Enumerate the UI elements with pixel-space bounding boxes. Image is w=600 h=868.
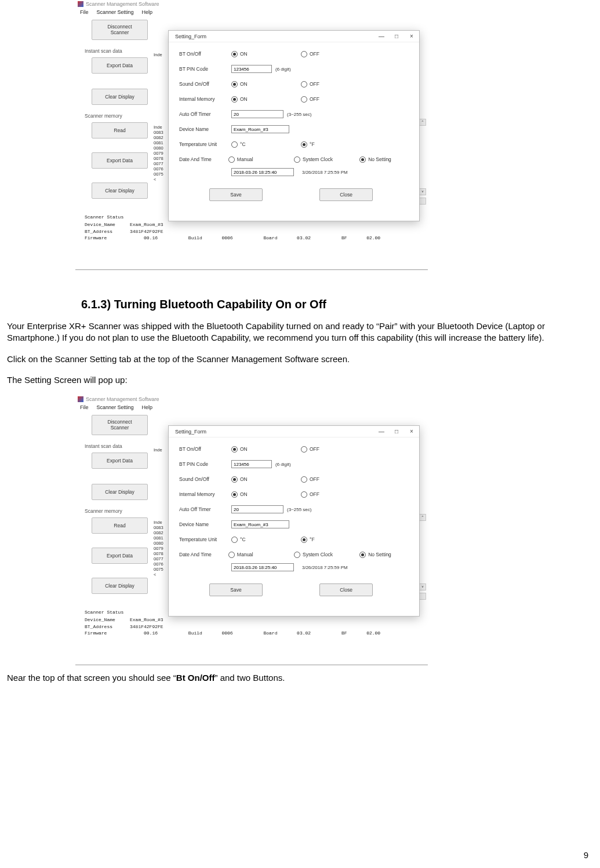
sound-on-radio[interactable] [231, 476, 238, 483]
bt-on-radio[interactable] [231, 446, 238, 453]
bt-onoff-label: BT On/Off [179, 51, 231, 57]
temp-f-radio[interactable] [301, 141, 307, 148]
sound-label: Sound On/Off [179, 476, 231, 482]
sound-on-radio[interactable] [231, 81, 238, 87]
manual-datetime-input[interactable] [231, 563, 294, 571]
export-data-button[interactable]: Export Data [92, 453, 148, 469]
read-button[interactable]: Read [92, 122, 148, 138]
bt-pin-input[interactable] [231, 65, 272, 73]
scan-table-header: Inde [154, 52, 162, 59]
devname-input[interactable] [231, 125, 289, 133]
memory-off-radio[interactable] [301, 96, 307, 103]
memory-on-radio[interactable] [231, 96, 238, 103]
temp-c-radio[interactable] [231, 141, 238, 148]
scroll-right-icon[interactable] [419, 198, 426, 205]
sound-off-radio[interactable] [301, 476, 307, 483]
save-button[interactable]: Save [209, 583, 263, 596]
menu-help[interactable]: Help [142, 404, 153, 410]
close-button[interactable]: Close [319, 188, 373, 201]
close-button[interactable]: Close [319, 583, 373, 596]
system-datetime-text: 3/26/2018 7:25:59 PM [302, 565, 348, 570]
page-number: 9 [584, 850, 588, 860]
devname-label: Device Name [179, 521, 231, 527]
read-button[interactable]: Read [92, 517, 148, 534]
dialog-title: Setting_Form [175, 34, 206, 39]
system-datetime-text: 3/26/2018 7:25:59 PM [302, 170, 348, 175]
group-scanner-memory: Scanner memory [85, 113, 150, 119]
timer-input[interactable] [231, 505, 283, 513]
dt-sysclock-radio[interactable] [294, 156, 300, 163]
bt-off-radio[interactable] [301, 446, 307, 453]
app-icon [78, 396, 83, 402]
disconnect-scanner-button[interactable]: Disconnect Scanner [92, 20, 148, 40]
app-icon [78, 1, 83, 7]
menu-file[interactable]: File [80, 404, 89, 410]
bt-pin-input[interactable] [231, 460, 272, 468]
clear-display-button[interactable]: Clear Display [92, 89, 148, 105]
clear-display-button-2[interactable]: Clear Display [92, 578, 148, 594]
setting-form-dialog: Setting_Form — □ × BT On/Off ON OFF BT P… [168, 30, 420, 221]
scroll-down-icon[interactable]: v [419, 188, 426, 195]
dt-manual-radio[interactable] [228, 552, 235, 558]
scroll-down-icon[interactable]: v [419, 583, 426, 590]
memory-off-radio[interactable] [301, 491, 307, 498]
temp-f-radio[interactable] [301, 537, 307, 543]
sound-off-radio[interactable] [301, 81, 307, 87]
dialog-title: Setting_Form [175, 429, 206, 435]
temp-c-radio[interactable] [231, 537, 238, 543]
minimize-icon[interactable]: — [377, 428, 386, 435]
bt-pin-label: BT PIN Code [179, 461, 231, 467]
paragraph-4: Near the top of that screen you should s… [7, 672, 593, 684]
scroll-right-icon[interactable] [419, 593, 426, 600]
dt-nosetting-radio[interactable] [359, 156, 366, 163]
dt-sysclock-radio[interactable] [294, 552, 300, 558]
group-instant-scan: Instant scan data [85, 48, 150, 54]
dt-nosetting-radio[interactable] [359, 552, 366, 558]
timer-hint: (3~255 sec) [287, 507, 311, 512]
setting-form-dialog: Setting_Form — □ × BT On/Off ON OFF BT P… [168, 425, 420, 617]
maximize-icon[interactable]: □ [392, 428, 401, 435]
devname-input[interactable] [231, 520, 289, 528]
menu-scanner-setting[interactable]: Scanner Setting [97, 404, 134, 410]
paragraph-2: Click on the Scanner Setting tab at the … [7, 353, 593, 365]
bt-pin-label: BT PIN Code [179, 66, 231, 72]
bt-on-radio[interactable] [231, 51, 238, 57]
manual-datetime-input[interactable] [231, 168, 294, 176]
devname-label: Device Name [179, 126, 231, 132]
timer-hint: (3~255 sec) [287, 112, 311, 117]
tempunit-label: Temperature Unit [179, 141, 231, 147]
disconnect-scanner-button[interactable]: Disconnect Scanner [92, 415, 148, 435]
clear-display-button-2[interactable]: Clear Display [92, 183, 148, 199]
export-data-button[interactable]: Export Data [92, 57, 148, 74]
section-heading: 6.1.3) Turning Bluetooth Capability On o… [81, 297, 593, 312]
export-data-button-2[interactable]: Export Data [92, 548, 148, 564]
export-data-button-2[interactable]: Export Data [92, 152, 148, 169]
tempunit-label: Temperature Unit [179, 537, 231, 542]
scroll-up-icon[interactable]: ^ [419, 514, 426, 521]
maximize-icon[interactable]: □ [392, 33, 401, 39]
paragraph-3: The Setting Screen will pop up: [7, 374, 593, 386]
bt-pin-hint: (6 digit) [275, 67, 291, 72]
memory-label: Internal Memory [179, 96, 231, 102]
timer-input[interactable] [231, 110, 283, 118]
scan-table-header: Inde [154, 447, 162, 454]
datetime-label: Date And Time [179, 552, 228, 557]
close-icon[interactable]: × [408, 428, 416, 435]
bt-off-radio[interactable] [301, 51, 307, 57]
memory-on-radio[interactable] [231, 491, 238, 498]
save-button[interactable]: Save [209, 188, 263, 201]
datetime-label: Date And Time [179, 156, 228, 162]
window-title: Scanner Management Software [86, 396, 159, 402]
timer-label: Auto Off Timer [179, 506, 231, 512]
close-icon[interactable]: × [408, 33, 416, 39]
clear-display-button[interactable]: Clear Display [92, 484, 148, 500]
menu-file[interactable]: File [80, 9, 89, 15]
menu-help[interactable]: Help [142, 9, 153, 15]
menu-scanner-setting[interactable]: Scanner Setting [97, 9, 134, 15]
group-scanner-memory: Scanner memory [85, 508, 150, 514]
dt-manual-radio[interactable] [228, 156, 235, 163]
scroll-up-icon[interactable]: ^ [419, 119, 426, 126]
minimize-icon[interactable]: — [377, 33, 386, 39]
bt-onoff-bold: Bt On/Off [176, 673, 215, 683]
timer-label: Auto Off Timer [179, 111, 231, 117]
